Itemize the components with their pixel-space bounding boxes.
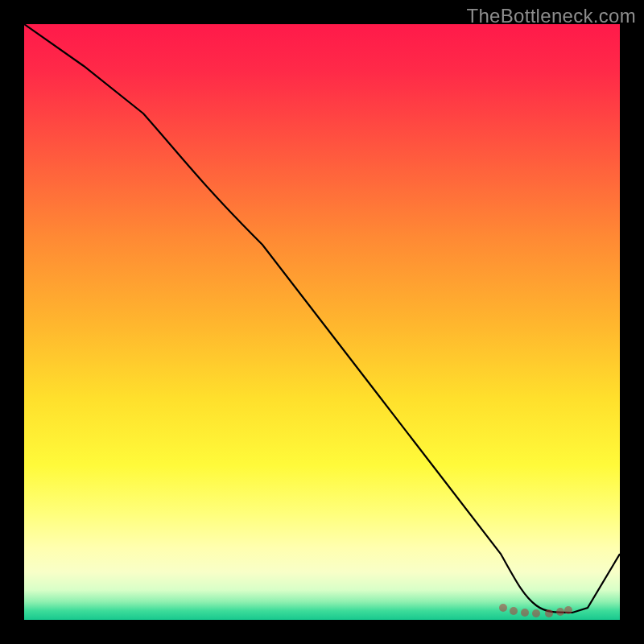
marker-dot: [499, 604, 507, 612]
marker-dot: [564, 606, 572, 614]
marker-dot: [556, 608, 564, 616]
marker-dot: [532, 609, 540, 617]
marker-dot: [521, 609, 529, 617]
marker-dot: [510, 607, 518, 615]
bottleneck-curve-line: [24, 24, 620, 613]
chart-svg: [24, 24, 620, 620]
plot-area: [24, 24, 620, 620]
marker-dot: [545, 609, 553, 617]
chart-container: TheBottleneck.com: [0, 0, 644, 644]
